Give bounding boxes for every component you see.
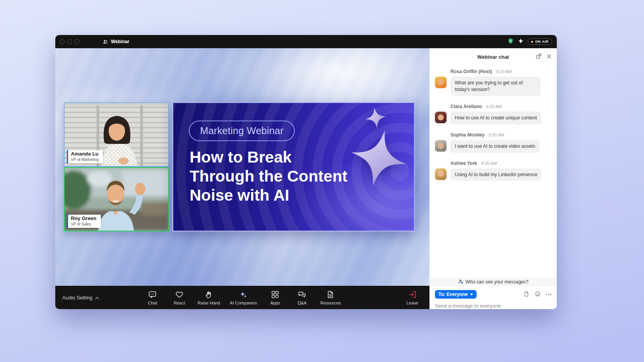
compose-area: To: Everyone [429, 286, 557, 309]
apps-label: Apps [270, 301, 280, 305]
webinar-chat-panel: Webinar chat [429, 48, 557, 309]
window-maximize-button[interactable] [75, 39, 79, 44]
apps-button[interactable]: Apps [267, 290, 284, 305]
participant-role: VP of Sales [71, 222, 97, 226]
message-time: 9:20 AM [496, 69, 512, 74]
attach-file-button[interactable] [523, 291, 530, 298]
on-air-dot [531, 41, 533, 43]
avatar-clara [435, 112, 447, 123]
video-area: Amanda Lu VP of Marketing [55, 48, 429, 286]
nametag-roy: Roy Green VP of Sales [67, 215, 101, 228]
chevron-down-icon [470, 294, 473, 296]
message-author: Sophia Mosiley [450, 132, 484, 138]
close-chat-button[interactable] [546, 53, 552, 61]
close-icon [546, 53, 552, 61]
app-title-label: Webinar [111, 39, 129, 44]
more-options-icon [546, 294, 551, 295]
chat-label: Chat [148, 301, 157, 305]
meeting-toolbar: Audio Setting Chat [55, 286, 429, 309]
qa-button[interactable]: Q&A [294, 290, 311, 305]
audio-setting-label: Audio Setting [62, 295, 92, 301]
raise-hand-icon [204, 290, 213, 299]
sparkle-icon [518, 38, 524, 45]
app-title: Webinar [102, 39, 129, 45]
webinar-people-icon [102, 39, 108, 45]
window-titlebar: Webinar ON AIR [55, 35, 557, 48]
to-everyone-label: To: Everyone [438, 292, 468, 297]
leave-button[interactable]: Leave [404, 290, 421, 305]
message-bubble: I want to use AI to create video assets [450, 140, 540, 153]
ai-companion-button[interactable]: AI Companion [230, 290, 257, 305]
heart-icon [175, 290, 184, 299]
chat-header: Webinar chat [429, 48, 557, 65]
titlebar-right: ON AIR [507, 38, 552, 46]
toolbar-items: Chat React Raise Hand [144, 290, 341, 305]
pop-out-icon [535, 53, 542, 61]
resources-label: Resources [320, 301, 341, 305]
chat-button[interactable]: Chat [144, 290, 161, 305]
react-button[interactable]: React [171, 290, 188, 305]
chat-message-input[interactable] [435, 303, 551, 309]
chevron-up-icon [95, 295, 99, 301]
slide-badge: Marketing Webinar [189, 121, 295, 141]
nametag-amanda: Amanda Lu VP of Marketing [67, 150, 103, 163]
avatar-sophia [435, 140, 447, 152]
react-label: React [174, 301, 185, 305]
participant-name: Amanda Lu [71, 151, 99, 157]
visibility-person-icon [458, 279, 463, 285]
message-time: 9:20 AM [486, 104, 501, 109]
leave-label: Leave [406, 301, 418, 305]
smiley-icon [535, 291, 541, 298]
emoji-button[interactable] [535, 291, 541, 298]
chat-title: Webinar chat [477, 54, 509, 60]
slide-title: How to Break Through the Content Noise w… [190, 148, 358, 205]
message-author: Rosa Griffin (Host) [450, 69, 492, 74]
raise-hand-label: Raise Hand [198, 301, 220, 305]
traffic-lights [60, 39, 82, 44]
message-time: 9:20 AM [489, 133, 504, 137]
message-author: Clara Arellano [450, 104, 482, 109]
raise-hand-button[interactable]: Raise Hand [198, 290, 220, 305]
avatar-ashlee [435, 168, 447, 180]
chat-message: Sophia Mosiley 9:20 AM I want to use AI … [435, 131, 551, 153]
more-options-button[interactable] [546, 294, 551, 295]
chat-icon [148, 290, 157, 299]
audio-setting-button[interactable]: Audio Setting [62, 295, 99, 301]
file-icon [523, 291, 530, 298]
message-bubble: How to use AI to create unique content [450, 112, 541, 124]
visibility-note: Who can see your messages? [466, 279, 528, 285]
message-visibility-bar: Who can see your messages? [429, 278, 557, 286]
security-shield-icon [507, 38, 514, 46]
message-bubble: Using AI to build my LinkedIn presence [450, 168, 542, 181]
video-tile-roy[interactable]: Roy Green VP of Sales [64, 167, 169, 231]
window-minimize-button[interactable] [67, 39, 72, 44]
resources-icon [326, 290, 335, 299]
pop-out-button[interactable] [535, 53, 542, 61]
apps-icon [271, 290, 280, 299]
participant-name: Roy Green [71, 216, 97, 222]
chat-message: Ashlee York 9:20 AM Using AI to build my… [435, 159, 551, 181]
leave-door-icon [408, 290, 417, 299]
webinar-window: Webinar ON AIR [55, 35, 557, 309]
participant-role: VP of Marketing [71, 157, 99, 162]
ai-companion-sparkle-icon [239, 290, 248, 299]
resources-button[interactable]: Resources [320, 290, 341, 305]
on-air-label: ON AIR [535, 40, 549, 44]
avatar-rosa [435, 77, 447, 88]
message-bubble: What are you trying to get out of today'… [450, 77, 541, 96]
chat-message: Clara Arellano 9:20 AM How to use AI to … [435, 103, 551, 124]
webinar-stage: Amanda Lu VP of Marketing [55, 48, 429, 309]
ai-companion-label: AI Companion [230, 301, 257, 305]
qa-icon [297, 290, 306, 299]
on-air-badge: ON AIR [528, 38, 552, 45]
window-close-button[interactable] [60, 39, 65, 44]
to-everyone-selector[interactable]: To: Everyone [435, 290, 477, 299]
chat-message: Rosa Griffin (Host) 9:20 AM What are you… [435, 68, 551, 96]
presentation-slide: Marketing Webinar How to Break Through t… [172, 102, 415, 231]
message-time: 9:20 AM [481, 161, 497, 166]
chat-message-list: Rosa Griffin (Host) 9:20 AM What are you… [429, 65, 557, 278]
message-author: Ashlee York [450, 161, 477, 166]
qa-label: Q&A [297, 301, 306, 305]
video-tile-amanda[interactable]: Amanda Lu VP of Marketing [64, 102, 169, 167]
